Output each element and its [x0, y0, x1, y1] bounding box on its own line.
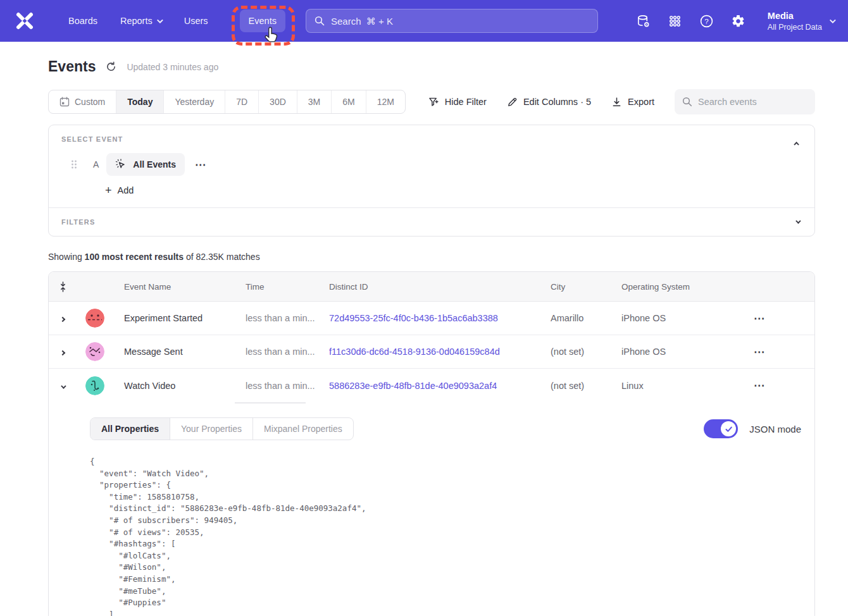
- column-header-event-name[interactable]: Event Name: [113, 282, 235, 292]
- table-row[interactable]: Message Sent less than a min... f11c30d6…: [49, 335, 814, 369]
- chevron-down-icon: [61, 383, 66, 388]
- global-search[interactable]: [306, 9, 598, 33]
- column-header-city[interactable]: City: [540, 282, 611, 292]
- hide-filter-label: Hide Filter: [445, 97, 487, 107]
- cell-distinct-id-link[interactable]: f11c30d6-dc6d-4518-9136-0d046159c84d: [318, 347, 540, 357]
- event-selector-chip[interactable]: All Events: [106, 153, 185, 176]
- detail-toolbar: All Properties Your Properties Mixpanel …: [90, 417, 801, 440]
- tab-your-properties[interactable]: Your Properties: [170, 418, 253, 440]
- hide-filter-button[interactable]: Hide Filter: [428, 97, 487, 108]
- filters-section-header[interactable]: FILTERS: [49, 208, 814, 236]
- expand-row-button[interactable]: [57, 309, 68, 328]
- top-navbar: Boards Reports Users Events: [0, 0, 848, 42]
- svg-text:?: ?: [704, 17, 708, 25]
- cell-distinct-id-link[interactable]: 5886283e-e9fb-48fb-81de-40e9093a2af4: [318, 381, 540, 391]
- date-option-today[interactable]: Today: [116, 90, 163, 113]
- nav-item-reports[interactable]: Reports: [111, 9, 170, 32]
- date-option-3m[interactable]: 3M: [297, 90, 331, 113]
- global-search-input[interactable]: [331, 16, 589, 27]
- row-more-button[interactable]: ⋯: [737, 345, 814, 359]
- main-content: Events Updated 3 minutes ago Custom Toda…: [0, 42, 815, 616]
- row-more-button[interactable]: ⋯: [737, 312, 814, 325]
- results-summary-suffix: of 82.35K matches: [184, 252, 260, 262]
- date-option-30d[interactable]: 30D: [258, 90, 297, 113]
- help-icon[interactable]: ?: [699, 14, 714, 28]
- nav-item-label: Events: [249, 16, 277, 26]
- table-header-row: Event Name Time Distinct ID City Operati…: [49, 272, 814, 302]
- project-name: Media: [768, 10, 822, 23]
- pencil-icon: [507, 97, 518, 108]
- export-button[interactable]: Export: [611, 97, 654, 108]
- search-events-input[interactable]: [698, 97, 807, 107]
- project-selector[interactable]: Media All Project Data: [768, 10, 834, 32]
- cell-distinct-id-link[interactable]: 72d49553-25fc-4f0c-b436-1b5ac6ab3388: [318, 313, 540, 323]
- settings-gear-icon[interactable]: [731, 14, 745, 28]
- event-avatar: [85, 342, 104, 361]
- updated-timestamp: Updated 3 minutes ago: [127, 62, 218, 72]
- project-scope: All Project Data: [768, 23, 822, 32]
- expand-row-button[interactable]: [57, 342, 68, 361]
- cell-event-name: Experiment Started: [113, 313, 235, 323]
- event-avatar: [85, 376, 104, 395]
- event-more-button[interactable]: ⋯: [195, 158, 206, 171]
- edit-columns-label: Edit Columns · 5: [523, 97, 591, 107]
- date-option-7d[interactable]: 7D: [225, 90, 258, 113]
- sparkle-cursor-icon: [115, 159, 127, 171]
- search-icon: [682, 97, 692, 107]
- date-option-6m[interactable]: 6M: [331, 90, 365, 113]
- mixpanel-logo-icon[interactable]: [14, 10, 35, 32]
- nav-item-boards[interactable]: Boards: [59, 9, 106, 32]
- json-mode-toggle[interactable]: [704, 419, 738, 438]
- results-summary-prefix: Showing: [48, 252, 85, 262]
- add-event-label: Add: [118, 185, 134, 195]
- page-title: Events: [48, 58, 96, 75]
- nav-item-events-wrapper: Events: [240, 9, 285, 32]
- nav-item-label: Boards: [68, 16, 97, 26]
- column-header-time[interactable]: Time: [235, 282, 318, 292]
- time-cell-divider: [235, 402, 306, 403]
- table-toolbar: Hide Filter Edit Columns · 5 Export: [428, 89, 815, 114]
- edit-columns-button[interactable]: Edit Columns · 5: [507, 97, 591, 108]
- cell-os: iPhone OS: [611, 347, 737, 357]
- nav-item-users[interactable]: Users: [175, 9, 217, 32]
- date-option-custom[interactable]: Custom: [49, 90, 116, 113]
- table-row-expanded[interactable]: Watch Video less than a min... 5886283e-…: [49, 369, 814, 402]
- event-json-viewer: { "event": "Watch Video", "properties": …: [90, 456, 801, 616]
- chevron-right-icon: [60, 350, 65, 355]
- date-option-label: 12M: [377, 97, 394, 107]
- date-option-12m[interactable]: 12M: [366, 90, 405, 113]
- event-row: A All Events ⋯: [61, 153, 802, 176]
- apps-grid-icon[interactable]: [668, 14, 682, 28]
- column-header-distinct-id[interactable]: Distinct ID: [318, 282, 540, 292]
- collapse-row-button[interactable]: [57, 376, 68, 395]
- refresh-icon[interactable]: [106, 61, 116, 72]
- expand-collapse-all-icon[interactable]: [58, 281, 68, 292]
- date-option-yesterday[interactable]: Yesterday: [163, 90, 225, 113]
- chevron-right-icon: [60, 317, 65, 322]
- add-event-button[interactable]: + Add: [105, 185, 802, 196]
- nav-item-label: Users: [184, 16, 208, 26]
- tab-all-properties[interactable]: All Properties: [90, 418, 170, 440]
- date-option-label: Yesterday: [175, 97, 214, 107]
- collapse-section-button[interactable]: [795, 137, 799, 148]
- cell-time: less than a min...: [235, 347, 318, 357]
- cell-os: iPhone OS: [611, 313, 737, 323]
- navbar-right: ? Media All Project Data: [636, 10, 834, 32]
- table-row[interactable]: Experiment Started less than a min... 72…: [49, 302, 814, 335]
- calendar-icon: [59, 97, 70, 107]
- json-mode-control: JSON mode: [704, 419, 801, 438]
- search-events-field[interactable]: [675, 89, 815, 114]
- chevron-down-icon: [157, 17, 163, 23]
- check-icon: [725, 425, 733, 433]
- page-header: Events Updated 3 minutes ago: [48, 58, 815, 75]
- drag-handle-icon[interactable]: [71, 160, 77, 169]
- cell-city: (not set): [540, 347, 611, 357]
- row-more-button[interactable]: ⋯: [737, 379, 814, 392]
- download-icon: [611, 97, 622, 108]
- data-management-icon[interactable]: [636, 14, 651, 28]
- nav-item-events[interactable]: Events: [240, 9, 285, 32]
- primary-nav: Boards Reports Users Events: [59, 9, 285, 32]
- events-table: Event Name Time Distinct ID City Operati…: [48, 271, 815, 616]
- column-header-os[interactable]: Operating System: [611, 282, 737, 292]
- tab-mixpanel-properties[interactable]: Mixpanel Properties: [253, 418, 353, 440]
